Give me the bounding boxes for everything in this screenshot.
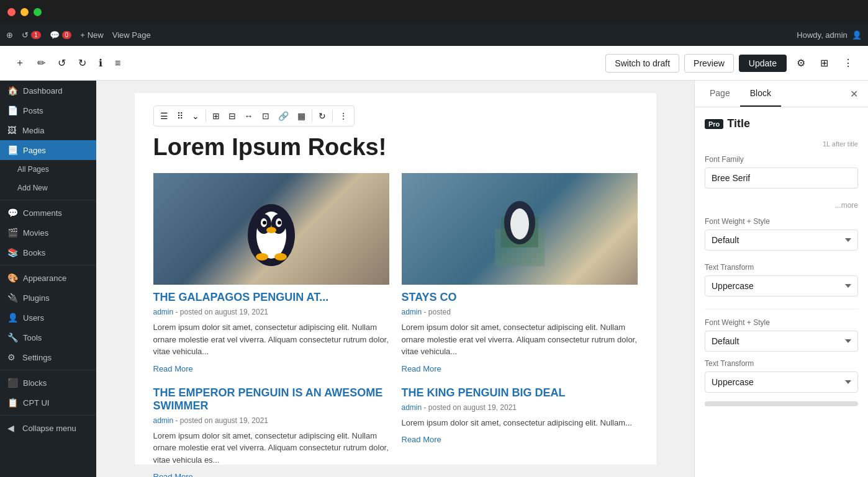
info-button[interactable]: ℹ — [94, 53, 107, 73]
more-icon: ⋮ — [843, 58, 853, 68]
block-columns-button[interactable]: ⊞ — [209, 109, 224, 123]
admin-bar-new[interactable]: + New — [80, 30, 104, 40]
editor-area[interactable]: ☰ ⠿ ⌄ ⊞ ⊟ ↔ ⊡ 🔗 ▦ ↻ ⋮ Lorem Ipsum Rocks! — [96, 81, 694, 477]
settings-icon: ⚙ — [7, 352, 17, 362]
em-after-title-note: 1L after title — [705, 140, 858, 148]
font-weight-select-2[interactable]: Default — [705, 331, 858, 352]
list-view-button[interactable]: ≡ — [110, 54, 125, 73]
block-drag-button[interactable]: ⠿ — [173, 109, 187, 123]
post-4-title[interactable]: THE KING PENGUIN BIG DEAL — [402, 386, 638, 399]
maximize-traffic-light[interactable] — [34, 8, 42, 16]
close-traffic-light[interactable] — [7, 8, 16, 16]
svg-point-10 — [274, 253, 287, 261]
sidebar-item-blocks[interactable]: ⬛ Blocks — [0, 373, 96, 393]
comments-icon: 💬 — [50, 30, 60, 40]
sidebar-item-all-pages[interactable]: All Pages — [0, 160, 96, 179]
font-family-input[interactable] — [705, 167, 858, 189]
svg-point-9 — [256, 253, 268, 261]
post-4-read-more[interactable]: Read More — [402, 435, 441, 444]
settings-button[interactable]: ⚙ — [792, 53, 810, 73]
post-3-read-more[interactable]: Read More — [153, 472, 193, 477]
blog-post-1: THE GALAPAGOS PENGUIN AT... admin - post… — [153, 173, 389, 374]
text-transform-label: Text Transform — [705, 263, 858, 272]
post-2-read-more[interactable]: Read More — [402, 364, 441, 373]
sidebar-item-posts[interactable]: 📄 Posts — [0, 100, 96, 120]
sidebar-item-books[interactable]: 📚 Books — [0, 243, 96, 262]
font-weight-select[interactable]: Default Regular Bold Light — [705, 230, 858, 251]
new-label: New — [88, 30, 104, 40]
post-2-author[interactable]: admin — [402, 308, 422, 316]
sidebar-item-plugins[interactable]: 🔌 Plugins — [0, 288, 96, 308]
post-4-author[interactable]: admin — [402, 403, 422, 412]
minimize-traffic-light[interactable] — [20, 8, 29, 16]
sidebar-item-appearance[interactable]: 🎨 Appearance — [0, 268, 96, 288]
close-icon: ✕ — [850, 89, 858, 99]
post-1-meta: admin - posted on august 19, 2021 — [153, 308, 389, 316]
block-more-button[interactable]: ⋮ — [335, 109, 351, 123]
tools-icon: 🔧 — [7, 332, 18, 342]
post-1-author[interactable]: admin — [153, 308, 174, 316]
view-button[interactable]: ⊞ — [815, 53, 833, 73]
view-icon: ⊞ — [820, 58, 828, 68]
slider-control[interactable] — [705, 401, 858, 406]
sidebar-item-comments[interactable]: 💬 Comments — [0, 203, 96, 223]
sidebar-item-add-new[interactable]: Add New — [0, 179, 96, 197]
block-link-button[interactable]: 🔗 — [274, 109, 292, 123]
sidebar-item-cpt-ui[interactable]: 📋 CPT UI — [0, 393, 96, 412]
block-cover-button[interactable]: ⊡ — [258, 109, 273, 123]
sidebar-item-movies[interactable]: 🎬 Movies — [0, 223, 96, 243]
post-title[interactable]: Lorem Ipsum Rocks! — [153, 134, 638, 161]
sidebar-item-collapse[interactable]: ◀ Collapse menu — [0, 418, 96, 438]
font-family-group: Font Family — [705, 155, 858, 189]
redo-button[interactable]: ↻ — [73, 53, 91, 73]
text-transform-select-2[interactable]: Uppercase — [705, 372, 858, 393]
duplicate-section: Font Weight + Style Default Text Transfo… — [705, 309, 858, 406]
panel-close-button[interactable]: ✕ — [845, 81, 863, 107]
svg-point-6 — [263, 221, 266, 225]
admin-bar-view-page[interactable]: View Page — [112, 30, 151, 40]
block-table-button[interactable]: ⊟ — [225, 109, 240, 123]
comments-icon: 💬 — [7, 208, 18, 218]
add-block-button[interactable]: ＋ — [10, 53, 30, 73]
block-refresh-button[interactable]: ↻ — [315, 109, 330, 123]
post-3-author[interactable]: admin — [153, 416, 174, 425]
block-select-button[interactable]: ☰ — [156, 109, 172, 123]
sidebar-item-tools[interactable]: 🔧 Tools — [0, 328, 96, 347]
undo-button[interactable]: ↺ — [53, 53, 71, 73]
post-2-title[interactable]: STAYS CO — [402, 291, 638, 304]
post-3-title[interactable]: THE EMPEROR PENGUIN IS AN AWESOME SWIMME… — [153, 386, 389, 412]
more-options-button[interactable]: ⋮ — [838, 53, 858, 73]
text-transform-label-2: Text Transform — [705, 359, 858, 368]
tab-block[interactable]: Block — [740, 81, 781, 107]
preview-button[interactable]: Preview — [684, 54, 734, 73]
sidebar-item-media[interactable]: 🖼 Media — [0, 120, 96, 140]
redo-icon: ↻ — [78, 57, 86, 69]
admin-bar-wp-logo[interactable]: ⊕ — [6, 30, 13, 40]
post-4-excerpt: Lorem ipsum dolor sit amet, consectetur … — [402, 417, 638, 429]
tools-button[interactable]: ✏ — [32, 53, 50, 73]
post-4-meta: admin - posted on august 19, 2021 — [402, 403, 638, 412]
blog-grid: THE GALAPAGOS PENGUIN AT... admin - post… — [153, 173, 638, 477]
admin-bar-undo[interactable]: ↺ 1 — [22, 30, 41, 40]
panel-tabs: Page Block ✕ — [695, 81, 868, 107]
post-1-excerpt: Lorem ipsum dolor sit amet, consectetur … — [153, 321, 389, 358]
sidebar-item-dashboard[interactable]: 🏠 Dashboard — [0, 81, 96, 100]
more-link[interactable]: ...more — [705, 201, 858, 210]
sidebar-item-settings[interactable]: ⚙ Settings — [0, 347, 96, 367]
blocks-icon: ⬛ — [7, 378, 18, 388]
post-1-title[interactable]: THE GALAPAGOS PENGUIN AT... — [153, 291, 389, 304]
tab-page[interactable]: Page — [700, 81, 740, 107]
block-grid-button[interactable]: ▦ — [294, 109, 309, 123]
update-button[interactable]: Update — [739, 55, 787, 72]
switch-to-draft-button[interactable]: Switch to draft — [605, 54, 679, 73]
block-wide-button[interactable]: ↔ — [241, 109, 257, 123]
sidebar-item-users[interactable]: 👤 Users — [0, 308, 96, 328]
block-move-button[interactable]: ⌄ — [188, 109, 203, 123]
blog-post-2: STAYS CO admin - posted Lorem ipsum dolo… — [402, 173, 638, 374]
sidebar-item-pages[interactable]: 📃 Pages — [0, 140, 96, 160]
comments-badge: 0 — [62, 31, 72, 39]
post-1-read-more[interactable]: Read More — [153, 364, 193, 373]
text-transform-select[interactable]: Uppercase Lowercase Capitalize None — [705, 275, 858, 296]
admin-bar-comments[interactable]: 💬 0 — [50, 30, 72, 40]
toolbar-sep-3 — [332, 110, 333, 122]
